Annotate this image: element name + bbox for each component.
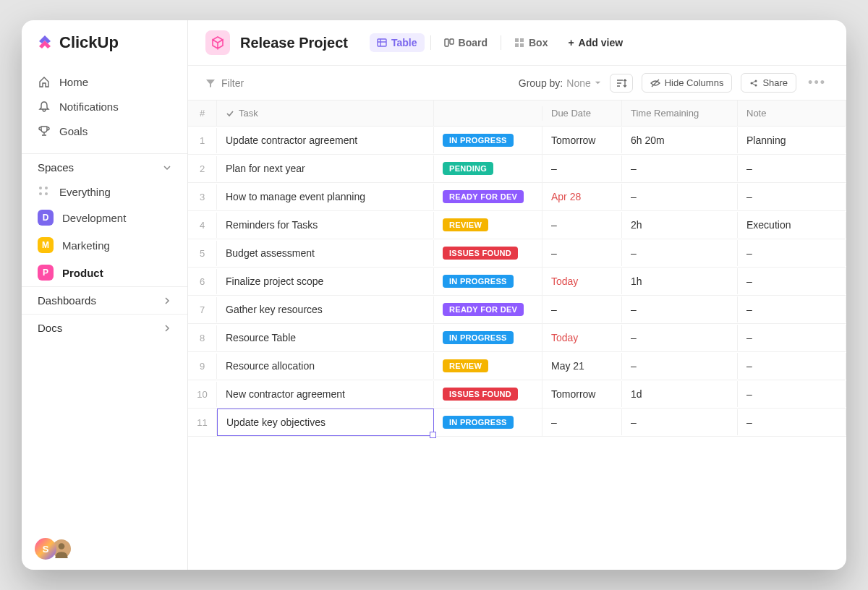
view-tab-box[interactable]: Box xyxy=(507,33,555,52)
plus-icon: + xyxy=(568,37,574,48)
col-time[interactable]: Time Remaining xyxy=(622,101,738,126)
cell-due[interactable]: – xyxy=(542,409,622,435)
cell-status[interactable]: ISSUES FOUND xyxy=(434,380,542,408)
cell-task[interactable]: Finalize project scope xyxy=(217,268,434,294)
hide-columns-button[interactable]: Hide Columns xyxy=(642,73,733,93)
cell-time[interactable]: – xyxy=(622,325,738,351)
cell-task[interactable]: How to manage event planning xyxy=(217,184,434,210)
cell-note[interactable]: – xyxy=(738,184,846,210)
cell-due[interactable]: – xyxy=(542,155,622,181)
cell-time[interactable]: – xyxy=(622,240,738,266)
sidebar-space-development[interactable]: DDevelopment xyxy=(22,204,187,231)
nav-item-goals[interactable]: Goals xyxy=(30,119,179,143)
table-row[interactable]: 4Reminders for TasksREVIEW–2hExecution xyxy=(188,211,846,239)
table-row[interactable]: 1Update contractor agreementIN PROGRESST… xyxy=(188,127,846,155)
main: Release Project TableBoardBox + Add view… xyxy=(188,20,846,570)
cell-status[interactable]: REVIEW xyxy=(434,211,542,239)
share-button[interactable]: Share xyxy=(741,73,796,93)
table-row[interactable]: 7Gather key resourcesREADY FOR DEV––– xyxy=(188,296,846,324)
cell-task[interactable]: Resource allocation xyxy=(217,353,434,379)
sidebar-section-dashboards[interactable]: Dashboards xyxy=(22,286,187,314)
cell-due[interactable]: – xyxy=(542,240,622,266)
cell-note[interactable]: – xyxy=(738,296,846,322)
cell-due[interactable]: Today xyxy=(542,325,622,351)
cell-number: 6 xyxy=(188,269,217,294)
cell-task[interactable]: Budget assessment xyxy=(217,240,434,266)
cell-time[interactable]: 6h 20m xyxy=(622,127,738,153)
cell-task[interactable]: New contractor agreement xyxy=(217,381,434,407)
col-number[interactable]: # xyxy=(188,101,217,126)
cell-note[interactable]: – xyxy=(738,353,846,379)
cell-task[interactable]: Resource Table xyxy=(217,325,434,351)
table-row[interactable]: 2Plan for next yearPENDING––– xyxy=(188,155,846,183)
cell-due[interactable]: Tomorrow xyxy=(542,127,622,153)
col-status[interactable] xyxy=(434,106,542,121)
nav-item-home[interactable]: Home xyxy=(30,69,179,94)
cell-task[interactable]: Update contractor agreement xyxy=(217,127,434,153)
logo[interactable]: ClickUp xyxy=(22,33,187,65)
cell-due[interactable]: – xyxy=(542,296,622,322)
avatar-self[interactable]: S xyxy=(35,538,56,560)
col-task[interactable]: Task xyxy=(217,101,434,126)
cell-time[interactable]: – xyxy=(622,409,738,435)
sort-button[interactable] xyxy=(610,74,633,93)
cell-note[interactable]: – xyxy=(738,381,846,407)
cell-time[interactable]: – xyxy=(622,184,738,210)
sidebar-space-product[interactable]: PProduct xyxy=(22,259,187,286)
cell-due[interactable]: May 21 xyxy=(542,353,622,379)
table-row[interactable]: 3How to manage event planningREADY FOR D… xyxy=(188,183,846,211)
cell-note[interactable]: – xyxy=(738,409,846,435)
more-menu-button[interactable]: ••• xyxy=(805,75,829,90)
cell-status[interactable]: IN PROGRESS xyxy=(434,409,542,436)
cell-due[interactable]: Apr 28 xyxy=(542,184,622,210)
cell-status[interactable]: IN PROGRESS xyxy=(434,268,542,295)
cell-status[interactable]: PENDING xyxy=(434,155,542,182)
cell-note[interactable]: – xyxy=(738,325,846,351)
group-by-select[interactable]: Group by: None xyxy=(519,77,601,89)
table-row[interactable]: 5Budget assessmentISSUES FOUND––– xyxy=(188,239,846,268)
spaces-header[interactable]: Spaces xyxy=(22,153,187,179)
table-row[interactable]: 11Update key objectivesIN PROGRESS––– xyxy=(188,409,846,437)
table-row[interactable]: 9Resource allocationREVIEWMay 21–– xyxy=(188,352,846,380)
view-tab-table[interactable]: Table xyxy=(370,33,425,52)
cell-task[interactable]: Gather key resources xyxy=(217,296,434,322)
cell-time[interactable]: 1d xyxy=(622,381,738,407)
cell-task[interactable]: Reminders for Tasks xyxy=(217,212,434,238)
cell-due[interactable]: – xyxy=(542,212,622,238)
cell-status[interactable]: READY FOR DEV xyxy=(434,183,542,210)
cell-status[interactable]: REVIEW xyxy=(434,352,542,380)
nav-item-notifications[interactable]: Notifications xyxy=(30,94,179,119)
project-icon[interactable] xyxy=(205,30,230,55)
cell-task[interactable]: Update key objectives xyxy=(217,409,434,436)
cell-note[interactable]: – xyxy=(738,240,846,266)
col-note[interactable]: Note xyxy=(738,101,846,126)
cell-note[interactable]: Execution xyxy=(738,212,846,238)
cell-status[interactable]: IN PROGRESS xyxy=(434,127,542,154)
sidebar-section-docs[interactable]: Docs xyxy=(22,314,187,341)
user-area[interactable]: S xyxy=(35,538,72,560)
cell-time[interactable]: – xyxy=(622,353,738,379)
cell-time[interactable]: – xyxy=(622,296,738,322)
table-row[interactable]: 8Resource TableIN PROGRESSToday–– xyxy=(188,324,846,352)
cell-status[interactable]: IN PROGRESS xyxy=(434,324,542,351)
table-row[interactable]: 6Finalize project scopeIN PROGRESSToday1… xyxy=(188,268,846,296)
sidebar-space-marketing[interactable]: MMarketing xyxy=(22,231,187,259)
col-due[interactable]: Due Date xyxy=(542,101,622,126)
cell-time[interactable]: 2h xyxy=(622,212,738,238)
cell-due[interactable]: Tomorrow xyxy=(542,381,622,407)
cell-due[interactable]: Today xyxy=(542,268,622,294)
cell-task[interactable]: Plan for next year xyxy=(217,155,434,181)
cell-note[interactable]: Planning xyxy=(738,127,846,153)
filter-button[interactable]: Filter xyxy=(205,77,244,89)
cell-status[interactable]: ISSUES FOUND xyxy=(434,239,542,267)
add-view-button[interactable]: + Add view xyxy=(568,37,623,48)
view-tab-board[interactable]: Board xyxy=(437,33,495,52)
table-row[interactable]: 10New contractor agreementISSUES FOUNDTo… xyxy=(188,380,846,409)
sidebar-item-everything[interactable]: Everything xyxy=(22,179,187,204)
cell-status[interactable]: READY FOR DEV xyxy=(434,296,542,323)
cell-time[interactable]: – xyxy=(622,155,738,181)
cell-note[interactable]: – xyxy=(738,155,846,181)
cell-time[interactable]: 1h xyxy=(622,268,738,294)
cell-note[interactable]: – xyxy=(738,268,846,294)
grid-icon xyxy=(38,185,51,198)
